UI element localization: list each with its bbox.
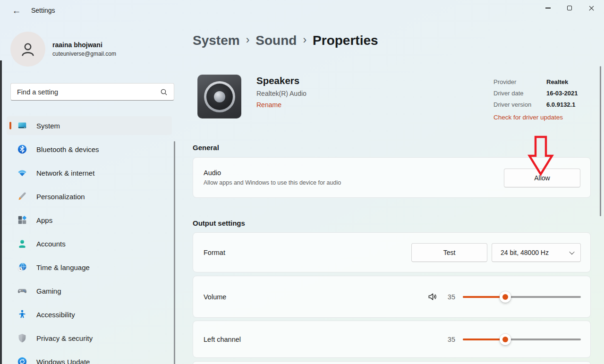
back-arrow-icon: ← <box>12 6 21 16</box>
sidebar-item-label: Accounts <box>36 240 66 248</box>
volume-card: Volume 35 <box>193 276 591 318</box>
breadcrumb-separator: › <box>240 34 256 46</box>
sidebar-item-label: Accessibility <box>36 311 75 319</box>
general-section-title: General <box>193 144 219 152</box>
user-email: cuteuniverse@gmail.com <box>52 51 116 57</box>
slider-thumb-dot <box>502 294 508 300</box>
background-window-edge <box>0 60 2 364</box>
sidebar-item-bluetooth-devices[interactable]: Bluetooth & devices <box>7 140 172 159</box>
left-channel-value: 35 <box>446 336 455 343</box>
sidebar-scrollbar[interactable] <box>174 141 175 364</box>
search-box <box>10 83 174 101</box>
driver-row-value: Realtek <box>546 76 568 88</box>
driver-row: Driver version 6.0.9132.1 <box>493 99 578 110</box>
breadcrumb: System › Sound › Properties <box>193 33 378 48</box>
back-button[interactable]: ← <box>8 4 26 18</box>
format-dropdown-value: 24 bit, 48000 Hz <box>501 249 549 256</box>
driver-info: Provider Realtek Driver date 16-03-2021 … <box>493 76 578 123</box>
sidebar-item-label: Time & language <box>36 263 90 271</box>
output-section-title: Output settings <box>193 219 245 227</box>
format-card: Format Test 24 bit, 48000 Hz <box>193 232 591 272</box>
speaker-volume-icon[interactable] <box>427 291 438 302</box>
sidebar: raaina bhojwani cuteuniverse@gmail.com S… <box>0 21 185 364</box>
gaming-icon <box>17 285 28 296</box>
device-info: Speakers Realtek(R) Audio Rename <box>256 75 306 109</box>
user-profile[interactable]: raaina bhojwani cuteuniverse@gmail.com <box>10 32 116 67</box>
person-icon <box>19 40 37 58</box>
slider-thumb-dot <box>502 337 508 342</box>
bluetooth-icon <box>17 144 28 155</box>
rename-link[interactable]: Rename <box>256 101 281 109</box>
left-channel-label: Left channel <box>204 336 241 343</box>
sidebar-item-label: Windows Update <box>36 358 90 364</box>
breadcrumb-system[interactable]: System <box>193 33 240 48</box>
speaker-device-image <box>197 75 241 119</box>
left-channel-card: Left channel 35 <box>193 321 591 358</box>
sidebar-item-label: Bluetooth & devices <box>36 145 99 153</box>
sidebar-nav: System Bluetooth & devices Network & int… <box>7 116 172 364</box>
speaker-ring <box>204 81 235 112</box>
privacy-shield-icon <box>17 332 28 344</box>
breadcrumb-sound[interactable]: Sound <box>255 33 297 48</box>
sidebar-item-accounts[interactable]: Accounts <box>7 234 172 253</box>
sidebar-item-label: System <box>36 122 60 130</box>
driver-row-label: Provider <box>493 76 546 88</box>
test-button[interactable]: Test <box>411 243 487 262</box>
windows-update-icon <box>17 356 28 364</box>
app-title: Settings <box>31 7 55 14</box>
next-card-partial <box>193 361 591 364</box>
slider-thumb[interactable] <box>500 334 511 345</box>
speaker-cap <box>214 91 225 102</box>
allow-button[interactable]: Allow <box>504 169 580 187</box>
slider-fill <box>463 296 505 298</box>
main-scrollbar[interactable] <box>600 66 601 216</box>
sidebar-item-label: Gaming <box>36 287 61 295</box>
main-content: System › Sound › Properties Speakers Rea… <box>193 0 604 364</box>
search-input[interactable] <box>11 88 160 96</box>
driver-row-label: Driver version <box>493 99 546 110</box>
breadcrumb-separator: › <box>297 34 313 46</box>
sidebar-item-windows-update[interactable]: Windows Update <box>7 352 172 364</box>
accessibility-icon <box>17 309 28 320</box>
check-driver-updates-link[interactable]: Check for driver updates <box>493 112 578 123</box>
chevron-down-icon <box>569 249 574 254</box>
personalization-brush-icon <box>17 191 28 202</box>
network-icon <box>17 167 28 178</box>
slider-thumb[interactable] <box>500 291 511 303</box>
speaker-cone <box>206 84 233 110</box>
sidebar-item-personalization[interactable]: Personalization <box>7 187 172 206</box>
audio-card: Audio Allow apps and Windows to use this… <box>193 157 591 198</box>
sidebar-item-time-language[interactable]: Time & language <box>7 258 172 277</box>
user-name: raaina bhojwani <box>52 41 116 49</box>
driver-row-value: 16-03-2021 <box>546 88 578 99</box>
avatar <box>10 32 45 67</box>
selection-pill <box>9 122 11 129</box>
device-subtitle: Realtek(R) Audio <box>256 90 306 97</box>
left-channel-slider[interactable] <box>463 334 581 345</box>
sidebar-item-label: Network & internet <box>36 169 94 177</box>
accounts-icon <box>17 238 28 249</box>
driver-row-value: 6.0.9132.1 <box>546 99 575 110</box>
system-icon <box>17 120 28 131</box>
sidebar-item-label: Personalization <box>36 193 85 201</box>
sidebar-item-accessibility[interactable]: Accessibility <box>7 305 172 324</box>
sidebar-item-privacy-security[interactable]: Privacy & security <box>7 329 172 347</box>
format-dropdown[interactable]: 24 bit, 48000 Hz <box>492 243 581 262</box>
volume-slider[interactable] <box>463 291 581 303</box>
slider-fill <box>463 339 505 341</box>
sidebar-item-gaming[interactable]: Gaming <box>7 281 172 300</box>
format-label: Format <box>204 249 225 256</box>
time-language-icon <box>17 262 28 273</box>
breadcrumb-properties: Properties <box>313 33 378 48</box>
device-name: Speakers <box>256 75 306 86</box>
sidebar-item-system[interactable]: System <box>7 116 172 135</box>
driver-row: Provider Realtek <box>493 76 578 88</box>
sidebar-item-label: Apps <box>36 216 52 224</box>
sidebar-item-apps[interactable]: Apps <box>7 211 172 229</box>
driver-row: Driver date 16-03-2021 <box>493 88 578 99</box>
sidebar-item-network-internet[interactable]: Network & internet <box>7 163 172 182</box>
search-icon[interactable] <box>160 88 168 96</box>
volume-value: 35 <box>446 293 455 301</box>
volume-label: Volume <box>204 293 226 301</box>
driver-row-label: Driver date <box>493 88 546 99</box>
